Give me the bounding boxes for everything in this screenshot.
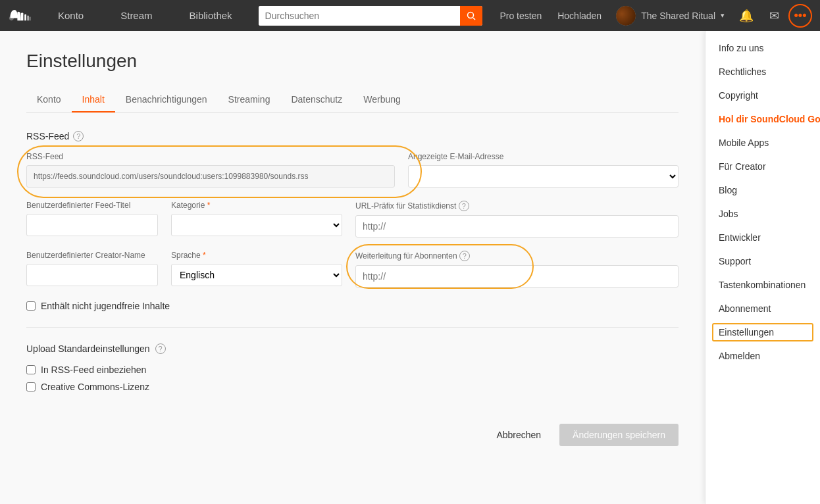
search-button[interactable]	[460, 6, 482, 26]
sidebar-item-jobs[interactable]: Jobs	[705, 202, 820, 226]
creator-language-redirect-row: Benutzerdefinierter Creator-Name Sprache…	[26, 251, 679, 288]
url-prefix-help-icon[interactable]: ?	[459, 201, 469, 211]
rss-feed-label: RSS-Feed	[26, 152, 395, 161]
nav-start[interactable]: Konto	[39, 0, 102, 31]
email-group: Angezeigte E-Mail-Adresse	[408, 152, 679, 188]
sidebar-item-abmelden[interactable]: Abmelden	[705, 344, 820, 368]
adult-content-checkbox[interactable]	[26, 301, 36, 311]
username: The Shared Ritual	[641, 11, 715, 21]
footer-actions: Abbrechen Änderungen speichern	[26, 413, 679, 446]
custom-creator-group: Benutzerdefinierter Creator-Name	[26, 251, 158, 288]
url-prefix-label: URL-Präfix für Statistikdienst ?	[355, 201, 679, 211]
navbar: Konto Stream Bibliothek Pro testen Hochl…	[0, 0, 820, 31]
content-area: Einstellungen Konto Inhalt Benachrichtig…	[0, 31, 705, 504]
cc-license-label: Creative Commons-Lizenz	[41, 382, 149, 392]
notifications-button[interactable]: 🔔	[732, 5, 760, 27]
nav-stream[interactable]: Stream	[102, 0, 170, 31]
sidebar-item-tastenkombinationen[interactable]: Tastenkombinationen	[705, 273, 820, 297]
tab-benachrichtigungen[interactable]: Benachrichtigungen	[115, 88, 218, 113]
custom-feed-title-group: Benutzerdefinierter Feed-Titel	[26, 201, 158, 238]
upload-section-title: Upload Standardeinstellungen	[26, 343, 150, 354]
section-divider	[26, 327, 679, 328]
dropdown-menu: Info zu uns Rechtliches Copyright Hol di…	[705, 31, 820, 504]
settings-tabs: Konto Inhalt Benachrichtigungen Streamin…	[26, 88, 679, 113]
email-select[interactable]	[408, 165, 679, 188]
sidebar-item-fuer-creator[interactable]: Für Creator	[705, 155, 820, 178]
sidebar-item-einstellungen[interactable]: Einstellungen	[705, 320, 820, 344]
search-bar	[259, 6, 482, 26]
messages-button[interactable]: ✉	[763, 5, 786, 27]
rss-help-icon[interactable]: ?	[73, 131, 84, 141]
svg-point-0	[467, 12, 473, 18]
tab-werbung[interactable]: Werbung	[353, 88, 411, 113]
feed-title-category-row: Benutzerdefinierter Feed-Titel Kategorie…	[26, 201, 679, 238]
cc-license-row: Creative Commons-Lizenz	[26, 382, 679, 392]
rss-include-label: In RSS-Feed einbeziehen	[41, 365, 146, 375]
main-layout: Einstellungen Konto Inhalt Benachrichtig…	[0, 31, 820, 504]
redirect-input[interactable]	[355, 265, 679, 288]
rss-include-checkbox[interactable]	[26, 365, 36, 374]
rss-email-row: RSS-Feed Angezeigte E-Mail-Adresse	[26, 152, 679, 188]
language-select[interactable]: Englisch	[171, 264, 342, 286]
custom-feed-title-input[interactable]	[26, 214, 158, 236]
sidebar-item-support[interactable]: Support	[705, 249, 820, 273]
sidebar-item-rechtliches[interactable]: Rechtliches	[705, 60, 820, 84]
sidebar-item-entwickler[interactable]: Entwickler	[705, 226, 820, 249]
sidebar-item-blog[interactable]: Blog	[705, 178, 820, 202]
sidebar-item-copyright[interactable]: Copyright	[705, 84, 820, 107]
upload-section-header: Upload Standardeinstellungen ?	[26, 343, 679, 354]
cancel-button[interactable]: Abbrechen	[488, 424, 549, 445]
rss-include-row: In RSS-Feed einbeziehen	[26, 365, 679, 375]
language-group: Sprache * Englisch	[171, 251, 342, 288]
url-prefix-group: URL-Präfix für Statistikdienst ?	[355, 201, 679, 238]
sidebar-item-mobile-apps[interactable]: Mobile Apps	[705, 131, 820, 155]
sidebar-item-abonnement[interactable]: Abonnement	[705, 297, 820, 320]
rss-section-title: RSS-Feed ?	[26, 131, 679, 141]
category-select[interactable]	[171, 214, 342, 236]
tab-konto[interactable]: Konto	[26, 88, 72, 113]
tab-streaming[interactable]: Streaming	[218, 88, 281, 113]
custom-feed-title-label: Benutzerdefinierter Feed-Titel	[26, 201, 158, 210]
redirect-label: Weiterleitung für Abonnenten ?	[355, 251, 679, 261]
chevron-down-icon: ▾	[721, 11, 725, 20]
language-label: Sprache *	[171, 251, 342, 260]
hochladen-button[interactable]: Hochladen	[551, 7, 608, 25]
nav-bibliothek[interactable]: Bibliothek	[171, 0, 251, 31]
adult-content-label: Enthält nicht jugendfreie Inhalte	[41, 301, 170, 311]
tab-inhalt[interactable]: Inhalt	[72, 88, 115, 113]
logo[interactable]	[0, 0, 39, 31]
avatar	[616, 6, 636, 26]
url-prefix-input[interactable]	[355, 215, 679, 238]
email-label: Angezeigte E-Mail-Adresse	[408, 152, 679, 161]
sidebar-item-info[interactable]: Info zu uns	[705, 36, 820, 60]
tab-datenschutz[interactable]: Datenschutz	[280, 88, 353, 113]
more-options-button[interactable]: •••	[788, 4, 812, 28]
search-input[interactable]	[259, 6, 460, 26]
rss-feed-input[interactable]	[26, 165, 395, 188]
page-title: Einstellungen	[26, 51, 679, 72]
redirect-help-icon[interactable]: ?	[459, 251, 470, 261]
save-button[interactable]: Änderungen speichern	[559, 424, 679, 446]
category-label: Kategorie *	[171, 201, 342, 210]
rss-feed-group: RSS-Feed	[26, 152, 395, 188]
redirect-group: Weiterleitung für Abonnenten ?	[355, 251, 679, 288]
svg-line-1	[473, 18, 475, 20]
account-menu[interactable]: The Shared Ritual ▾	[611, 3, 730, 28]
sidebar-item-go-plus[interactable]: Hol dir SoundCloud Go+	[705, 107, 820, 131]
navbar-actions: Pro testen Hochladen The Shared Ritual ▾…	[493, 3, 820, 28]
cc-license-checkbox[interactable]	[26, 382, 36, 391]
custom-creator-label: Benutzerdefinierter Creator-Name	[26, 251, 158, 260]
custom-creator-input[interactable]	[26, 264, 158, 286]
adult-content-row: Enthält nicht jugendfreie Inhalte	[26, 301, 679, 311]
category-group: Kategorie *	[171, 201, 342, 238]
upload-help-icon[interactable]: ?	[155, 343, 166, 354]
pro-testen-button[interactable]: Pro testen	[493, 7, 548, 25]
